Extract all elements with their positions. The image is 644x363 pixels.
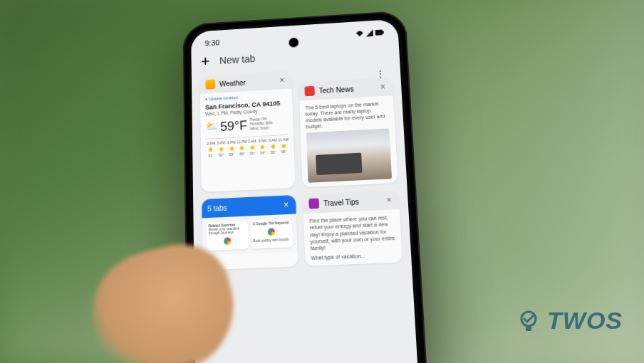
travel-text: Find the place where you can rest, refue… bbox=[309, 214, 395, 251]
mini-tab[interactable]: Related Searches Revisit your searches t… bbox=[207, 221, 249, 251]
weather-now: ⛅ 59°F Precip: 0% Humidity: 80% Wind: 5m… bbox=[205, 115, 288, 136]
clock: 9:30 bbox=[204, 38, 219, 48]
close-icon[interactable]: × bbox=[378, 82, 387, 92]
lightbulb-icon bbox=[516, 308, 541, 334]
wifi-icon bbox=[355, 30, 364, 37]
forecast-row: 2 PM61° 5 PM61° 8 PM58° 11 PM56° 2 AM55°… bbox=[206, 135, 289, 158]
sun-icon bbox=[239, 145, 245, 151]
forecast-col: 8 AM55° bbox=[268, 138, 279, 155]
sun-icon bbox=[270, 143, 276, 149]
weather-body: ● Update location San Francisco, CA 9410… bbox=[200, 89, 294, 162]
google-logo-icon bbox=[222, 236, 232, 247]
travel-title: Travel Tips bbox=[323, 196, 381, 207]
news-icon bbox=[304, 86, 314, 96]
sun-icon bbox=[229, 146, 234, 152]
weather-card[interactable]: Weather × ● Update location San Francisc… bbox=[200, 70, 296, 192]
travel-icon bbox=[308, 199, 319, 209]
sun-icon bbox=[281, 143, 286, 149]
forecast-col: 5 PM61° bbox=[216, 141, 227, 158]
travel-tips-card[interactable]: Travel Tips × Find the place where you c… bbox=[303, 191, 402, 266]
current-temp: 59°F bbox=[220, 117, 247, 135]
sun-icon bbox=[208, 147, 214, 152]
sun-icon bbox=[249, 144, 255, 150]
close-icon[interactable]: × bbox=[278, 75, 286, 85]
svg-rect-3 bbox=[526, 327, 531, 331]
forecast-col: 2 PM61° bbox=[206, 141, 217, 158]
status-icons bbox=[355, 28, 384, 37]
sun-icon bbox=[260, 144, 266, 149]
weather-card-title: Weather bbox=[219, 77, 274, 88]
google-logo-icon bbox=[266, 227, 277, 238]
mini-tab-header: G Google The Keyword bbox=[253, 221, 290, 226]
travel-sub: What type of vacation... bbox=[311, 251, 396, 261]
forecast-col: 11 AM58° bbox=[278, 137, 289, 154]
battery-icon bbox=[375, 28, 383, 36]
svg-rect-0 bbox=[375, 30, 383, 36]
svg-rect-1 bbox=[383, 31, 384, 33]
laptop-photo bbox=[306, 129, 392, 183]
wind: Wind: 5mph bbox=[250, 125, 273, 131]
tab-group-body: Related Searches Revisit your searches t… bbox=[202, 214, 297, 256]
tech-news-body: The 5 best laptops on the market today. … bbox=[299, 95, 398, 187]
weather-details: Precip: 0% Humidity: 80% Wind: 5mph bbox=[250, 116, 274, 131]
forecast-col: 11 PM56° bbox=[237, 140, 247, 157]
forecast-col: 8 PM58° bbox=[227, 140, 237, 157]
weather-icon bbox=[205, 79, 215, 89]
mini-tab-line: Book quickly with Autofill bbox=[253, 238, 291, 243]
mini-tab-line: Revisit your searches through Journeys bbox=[209, 226, 246, 236]
add-tab-button[interactable]: + bbox=[201, 54, 210, 70]
tech-news-title: Tech News bbox=[318, 83, 375, 94]
brand-text: TWOS bbox=[547, 307, 623, 335]
signal-icon bbox=[366, 29, 373, 36]
watermark: TWOS bbox=[516, 307, 623, 335]
mini-tab[interactable]: G Google The Keyword Book quickly with A… bbox=[250, 219, 293, 249]
partly-cloudy-icon: ⛅ bbox=[205, 119, 217, 132]
forecast-col: 5 AM54° bbox=[257, 139, 268, 156]
tab-group-title: 5 tabs bbox=[207, 201, 278, 213]
sun-icon bbox=[219, 146, 224, 152]
close-icon[interactable]: × bbox=[282, 200, 291, 211]
cards-grid: Weather × ● Update location San Francisc… bbox=[192, 64, 412, 270]
travel-body: Find the place where you can rest, refue… bbox=[303, 209, 402, 265]
tech-news-card[interactable]: Tech News × The 5 best laptops on the ma… bbox=[298, 78, 398, 188]
forecast-col: 2 AM55° bbox=[247, 139, 258, 156]
overflow-menu-button[interactable]: ⋮ bbox=[375, 68, 385, 80]
new-tab-label: New tab bbox=[219, 45, 390, 66]
tech-news-text: The 5 best laptops on the market today. … bbox=[305, 100, 389, 130]
close-icon[interactable]: × bbox=[385, 195, 393, 206]
